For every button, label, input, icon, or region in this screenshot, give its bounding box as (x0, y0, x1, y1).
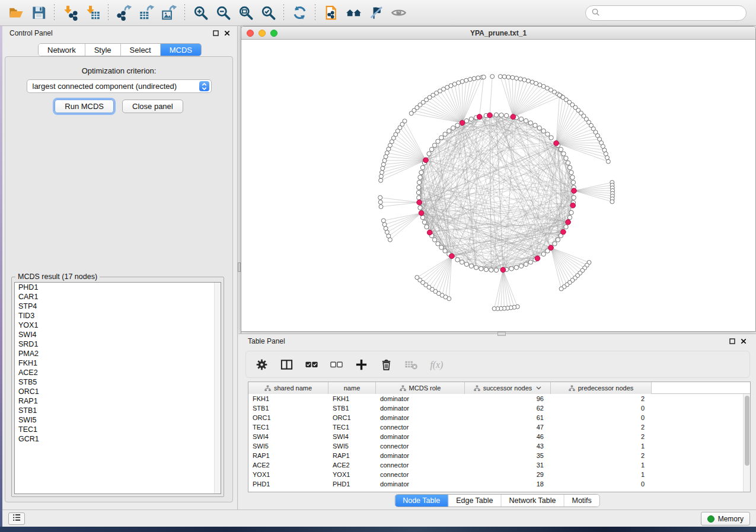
run-mcds-button[interactable]: Run MCDS (55, 100, 114, 113)
minimize-window-icon[interactable] (259, 30, 266, 37)
delete-column-icon[interactable] (379, 357, 393, 371)
network-node[interactable] (549, 136, 553, 140)
network-dominator-node[interactable] (572, 188, 577, 194)
network-dominator-node[interactable] (500, 267, 506, 273)
network-node[interactable] (569, 210, 573, 214)
network-node[interactable] (439, 136, 444, 140)
network-dominator-node[interactable] (477, 114, 482, 120)
table-row[interactable]: ORC1ORC1dominator610 (248, 413, 750, 422)
network-node[interactable] (417, 185, 421, 190)
network-dominator-node[interactable] (417, 200, 422, 205)
network-leaf-node[interactable] (378, 200, 382, 204)
network-node[interactable] (528, 260, 532, 264)
network-node[interactable] (464, 262, 468, 266)
network-node[interactable] (447, 129, 451, 133)
table-row[interactable]: PHD1PHD1dominator180 (248, 479, 750, 489)
tab-node-table[interactable]: Node Table (395, 495, 448, 507)
network-node[interactable] (524, 118, 528, 123)
refresh-layout-icon[interactable] (289, 3, 310, 23)
network-leaf-node[interactable] (506, 75, 511, 79)
memory-button[interactable]: Memory (701, 512, 750, 525)
add-column-icon[interactable] (354, 357, 368, 371)
network-node[interactable] (427, 152, 431, 156)
network-node[interactable] (562, 152, 566, 156)
table-row[interactable]: FKH1FKH1dominator962 (248, 394, 750, 403)
network-node[interactable] (567, 215, 572, 219)
network-node[interactable] (494, 268, 498, 272)
close-table-panel-icon[interactable] (741, 338, 747, 344)
network-leaf-node[interactable] (380, 171, 384, 175)
network-node[interactable] (419, 170, 423, 174)
network-leaf-node[interactable] (527, 79, 531, 83)
network-dominator-node[interactable] (427, 230, 432, 235)
table-row[interactable]: ACE2ACE2connector311 (248, 460, 750, 470)
network-leaf-node[interactable] (515, 76, 519, 81)
network-node[interactable] (484, 267, 488, 271)
mcds-result-item[interactable]: STP4 (15, 302, 221, 311)
split-panel-icon[interactable] (279, 357, 294, 371)
table-row[interactable]: RAP1RAP1dominator352 (248, 451, 750, 460)
network-leaf-node[interactable] (468, 78, 472, 82)
network-node[interactable] (519, 117, 523, 121)
network-dominator-node[interactable] (419, 210, 424, 216)
network-leaf-node[interactable] (476, 76, 480, 80)
network-node[interactable] (537, 126, 541, 130)
mcds-result-item[interactable]: SWI4 (15, 330, 221, 339)
tab-edge-table[interactable]: Edge Table (448, 495, 501, 507)
network-dominator-node[interactable] (511, 114, 516, 120)
zoom-out-icon[interactable] (213, 3, 233, 23)
show-eye-icon[interactable] (388, 3, 409, 23)
network-leaf-node[interactable] (492, 307, 496, 311)
table-row[interactable]: TEC1TEC1connector472 (248, 422, 750, 432)
network-node[interactable] (564, 225, 568, 229)
network-canvas[interactable] (241, 40, 756, 332)
network-dominator-node[interactable] (561, 229, 566, 235)
close-panel-icon[interactable] (224, 30, 230, 36)
network-node[interactable] (416, 190, 420, 194)
network-node[interactable] (572, 196, 576, 200)
mcds-result-item[interactable]: PMA2 (15, 349, 221, 358)
network-leaf-node[interactable] (490, 75, 495, 79)
network-node[interactable] (417, 180, 421, 184)
export-table-icon[interactable] (136, 3, 157, 23)
network-dominator-node[interactable] (570, 203, 576, 209)
network-node[interactable] (533, 123, 537, 127)
network-node[interactable] (564, 156, 568, 160)
network-dominator-node[interactable] (548, 245, 554, 251)
network-node[interactable] (460, 260, 464, 264)
mcds-result-item[interactable]: ORC1 (15, 387, 221, 396)
zoom-fit-icon[interactable] (235, 3, 256, 23)
share-document-icon[interactable] (321, 3, 341, 23)
export-network-icon[interactable] (114, 3, 134, 23)
column-header-name[interactable]: name (328, 382, 376, 394)
network-leaf-node[interactable] (379, 174, 383, 178)
tab-motifs[interactable]: Motifs (564, 495, 599, 507)
network-leaf-node[interactable] (511, 75, 515, 79)
network-node[interactable] (443, 132, 447, 136)
mcds-result-item[interactable]: STB1 (15, 406, 221, 415)
network-dominator-node[interactable] (566, 220, 571, 225)
import-network-icon[interactable] (60, 3, 80, 23)
network-leaf-node[interactable] (518, 77, 522, 81)
network-node[interactable] (479, 267, 483, 271)
close-panel-button[interactable]: Close panel (122, 100, 183, 113)
table-scrollbar-thumb[interactable] (745, 396, 749, 466)
network-node[interactable] (469, 117, 473, 121)
network-leaf-node[interactable] (403, 119, 407, 123)
network-node[interactable] (451, 126, 455, 130)
network-node[interactable] (455, 123, 460, 127)
network-dominator-node[interactable] (554, 140, 559, 146)
network-node[interactable] (425, 225, 429, 229)
network-leaf-node[interactable] (498, 75, 502, 79)
network-leaf-node[interactable] (522, 78, 527, 82)
network-node[interactable] (546, 132, 550, 136)
table-scrollbar[interactable] (743, 394, 750, 492)
network-node[interactable] (418, 206, 422, 210)
network-leaf-node[interactable] (415, 275, 419, 280)
network-node[interactable] (422, 220, 426, 224)
network-node[interactable] (541, 129, 546, 133)
network-node[interactable] (514, 265, 518, 270)
deselect-all-icon[interactable] (329, 357, 343, 371)
search-box[interactable] (585, 5, 747, 21)
table-row[interactable]: YOX1YOX1connector291 (248, 470, 750, 479)
